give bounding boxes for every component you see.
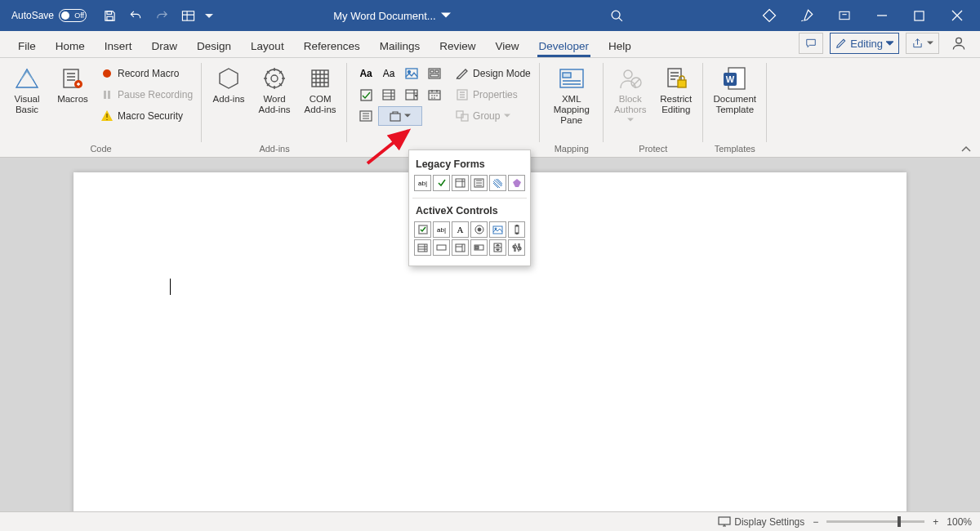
ax-checkbox-icon[interactable] [414,221,431,238]
text-form-field-icon[interactable]: ab| [414,175,431,191]
ax-textbox-icon[interactable]: ab| [433,221,450,238]
svg-rect-39 [456,179,465,187]
svg-rect-0 [107,11,112,14]
reset-form-fields-icon[interactable] [508,175,525,191]
tab-home[interactable]: Home [46,34,95,57]
window-mode-icon[interactable] [826,0,862,31]
ax-scrollbar-icon[interactable] [508,221,525,238]
macro-security-button[interactable]: Macro Security [96,106,197,126]
save-icon[interactable] [98,4,121,27]
word-addins-button[interactable]: Word Add-ins [252,61,296,115]
restrict-editing-button[interactable]: Restrict Editing [654,61,698,115]
com-addins-button[interactable]: COM Add-ins [298,61,342,115]
group-label: Mapping [555,144,589,155]
brush-icon[interactable] [789,0,825,31]
document-title[interactable]: My Word Document... [333,10,450,22]
document-template-icon: W [722,65,748,92]
tab-design[interactable]: Design [187,34,241,57]
picture-control-icon[interactable] [401,64,422,83]
group-icon [456,110,469,122]
ax-toggle-button-icon[interactable] [470,239,488,256]
zoom-level[interactable]: 100% [947,516,972,528]
plain-text-control-icon[interactable]: Aa [378,64,399,83]
dropdown-form-field-icon[interactable] [452,175,469,191]
ribbon: Visual Basic Macros Record Macro Pause R… [0,58,980,158]
ax-label-icon[interactable]: A [452,221,469,238]
design-mode-icon [456,68,469,79]
maximize-button[interactable] [902,0,938,31]
ax-more-controls-icon[interactable] [508,239,525,256]
svg-rect-35 [678,80,686,87]
dropdown-control-icon[interactable] [401,85,422,105]
visual-basic-button[interactable]: Visual Basic [5,61,49,115]
zoom-slider[interactable] [826,520,924,523]
svg-rect-21 [361,90,372,100]
undo-icon[interactable] [124,4,147,27]
tab-mailings[interactable]: Mailings [370,34,430,57]
tab-insert[interactable]: Insert [95,34,142,57]
ax-combobox-icon[interactable] [452,239,469,256]
close-button[interactable] [939,0,975,31]
group-mapping: XML Mapping Pane Mapping [540,58,604,157]
word-addins-icon [262,65,287,92]
design-mode-button[interactable]: Design Mode [452,64,535,83]
chevron-down-icon [927,40,933,47]
legacy-tools-button[interactable] [378,106,422,126]
tab-layout[interactable]: Layout [241,34,294,57]
ax-command-button-icon[interactable] [433,239,450,256]
xml-mapping-button[interactable]: XML Mapping Pane [545,61,599,127]
group-label: Code [90,144,111,155]
svg-point-3 [612,11,620,19]
tab-draw[interactable]: Draw [142,34,188,57]
table-icon[interactable] [176,4,199,27]
svg-point-53 [514,246,516,248]
repeating-section-control-icon[interactable] [355,106,376,126]
minimize-button[interactable] [864,0,900,31]
record-icon [100,67,114,80]
zoom-in-button[interactable]: + [933,516,938,528]
form-field-shading-icon[interactable] [489,175,506,191]
activex-controls-grid: ab| A [414,221,525,259]
combobox-control-icon[interactable] [378,85,399,105]
share-button[interactable] [906,33,939,54]
share-icon [911,38,924,49]
editing-mode-button[interactable]: Editing [830,33,899,54]
macros-button[interactable]: Macros [51,61,95,105]
rich-text-control-icon[interactable]: Aa [355,64,376,83]
ax-spin-button-icon[interactable] [489,239,506,256]
tab-help[interactable]: Help [599,34,641,57]
legacy-forms-heading: Legacy Forms [414,155,525,175]
redo-icon[interactable] [150,4,173,27]
tab-review[interactable]: Review [430,34,485,57]
checkbox-control-icon[interactable] [355,85,376,105]
building-block-control-icon[interactable] [424,64,445,83]
display-icon [718,516,731,527]
macros-icon [60,65,85,92]
tab-references[interactable]: References [294,34,370,57]
search-button[interactable] [601,9,634,23]
tab-developer[interactable]: Developer [529,34,599,57]
controls-icon-grid: Aa Aa [355,61,445,126]
insert-frame-icon[interactable] [470,175,488,191]
checkbox-form-field-icon[interactable] [433,175,450,191]
diamond-icon[interactable] [751,0,787,31]
zoom-out-button[interactable]: − [813,516,818,528]
autosave-toggle[interactable]: AutoSave Off [11,9,87,22]
tab-view[interactable]: View [485,34,528,57]
addins-button[interactable]: Add-ins [207,61,251,105]
tab-file[interactable]: File [8,34,46,57]
collapse-ribbon-button[interactable] [960,145,972,154]
svg-rect-5 [915,11,924,20]
group-templates: WDocument Template Templates [703,58,767,157]
ax-listbox-icon[interactable] [414,239,431,256]
display-settings-button[interactable]: Display Settings [718,516,804,528]
record-macro-button[interactable]: Record Macro [96,64,197,83]
document-template-button[interactable]: WDocument Template [708,61,762,115]
date-picker-control-icon[interactable] [424,85,445,105]
visual-basic-icon [13,65,41,92]
ax-image-icon[interactable] [489,221,506,238]
qat-customize-icon[interactable] [203,4,216,27]
ax-option-button-icon[interactable] [470,221,488,238]
comments-button[interactable] [799,33,823,54]
account-button[interactable] [946,33,972,54]
